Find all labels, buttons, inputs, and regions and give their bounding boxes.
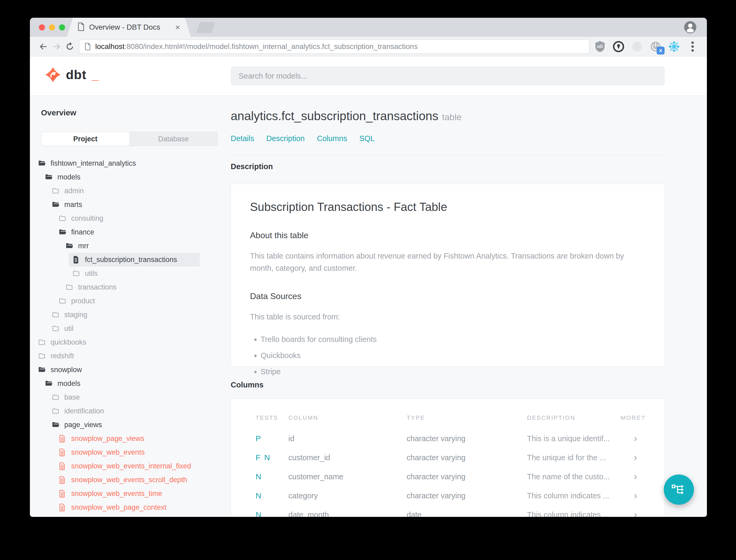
folder-icon: [38, 338, 46, 346]
tree-item-marts[interactable]: marts: [52, 198, 230, 211]
tree-item-snowplow_web_events_internal_fixed[interactable]: snowplow_web_events_internal_fixed: [58, 459, 230, 473]
tree-item-models[interactable]: models: [45, 170, 230, 184]
tree-item-label: consulting: [71, 214, 103, 223]
tree-item-label: snowplow_web_events: [71, 448, 145, 457]
tree-item-utils[interactable]: utils: [72, 267, 230, 280]
main-panel: analytics.fct_subscription_transactionst…: [231, 96, 665, 517]
tab-close-icon[interactable]: ×: [175, 23, 180, 31]
tree-item-label: admin: [64, 187, 84, 195]
tree-item-models[interactable]: models: [45, 377, 230, 390]
back-icon[interactable]: [37, 40, 50, 53]
column-tests: P: [256, 434, 288, 443]
file-red-icon: [58, 476, 66, 484]
folder-open-icon: [38, 159, 46, 167]
description-card: Subscription Transactions - Fact Table A…: [231, 184, 665, 367]
toggle-tab-database[interactable]: Database: [129, 132, 218, 146]
expand-row-chevron-icon: ›: [621, 471, 665, 482]
tree-item-fishtown_internal_analytics[interactable]: fishtown_internal_analytics: [38, 156, 230, 170]
lineage-graph-button[interactable]: [664, 475, 694, 505]
column-row-customer_name[interactable]: Ncustomer_namecharacter varyingThe name …: [231, 467, 665, 486]
power-extension-icon[interactable]: x: [650, 41, 661, 52]
tree-item-base[interactable]: base: [52, 390, 230, 404]
column-row-category[interactable]: Ncategorycharacter varyingThis column in…: [231, 486, 665, 505]
tree-item-staging[interactable]: staging: [52, 308, 230, 322]
url-path: :8080/index.html#!/model/model.fishtown_…: [125, 42, 418, 51]
disabled-extension-icon[interactable]: [631, 41, 643, 52]
toggle-tab-project[interactable]: Project: [41, 132, 129, 146]
ublock-extension-icon[interactable]: uO: [594, 41, 606, 52]
tree-item-finance[interactable]: finance: [58, 225, 230, 239]
column-type: character varying: [406, 491, 527, 500]
tree-item-transactions[interactable]: transactions: [65, 280, 230, 294]
browser-tab-strip: Overview - DBT Docs ×: [30, 18, 707, 37]
model-nav-link-details[interactable]: Details: [231, 134, 254, 143]
column-tests: F N: [256, 453, 288, 462]
tree-item-snowplow_web_page_context[interactable]: snowplow_web_page_context: [58, 500, 230, 514]
minimize-window-button[interactable]: [49, 24, 55, 30]
column-name: customer_name: [288, 472, 406, 481]
model-nav-link-sql[interactable]: SQL: [359, 134, 374, 143]
close-window-button[interactable]: [39, 24, 45, 30]
column-name: date_month: [288, 511, 406, 517]
columns-card: TESTSCOLUMNTYPEDESCRIPTIONMORE? Pidchara…: [231, 399, 665, 517]
model-nav-link-columns[interactable]: Columns: [317, 134, 347, 143]
column-row-customer_id[interactable]: F Ncustomer_idcharacter varyingThe uniqu…: [231, 448, 665, 467]
extension-x-badge: x: [657, 47, 665, 55]
tree-item-label: mrr: [78, 242, 89, 250]
model-nav-link-description[interactable]: Description: [267, 134, 305, 143]
tree-item-page_views[interactable]: page_views: [52, 418, 230, 432]
tree-item-label: base: [64, 393, 80, 401]
file-icon: [72, 256, 80, 264]
source-item: Stripe: [261, 366, 645, 378]
tree-item-label: snowplow_web_page_context: [71, 503, 166, 512]
tree-item-util[interactable]: util: [52, 322, 230, 335]
refresh-icon[interactable]: [63, 40, 76, 53]
onepassword-extension-icon[interactable]: [613, 41, 624, 52]
tree-item-fct_subscription_transactions[interactable]: fct_subscription_transactions: [69, 253, 200, 267]
search-input[interactable]: [231, 66, 665, 85]
browser-menu-icon[interactable]: [687, 41, 698, 52]
page-icon: [85, 43, 91, 50]
column-name: id: [288, 434, 406, 443]
expand-row-chevron-icon: ›: [621, 452, 665, 463]
tree-item-snowplow_web_events_scroll_depth[interactable]: snowplow_web_events_scroll_depth: [58, 473, 230, 487]
forward-icon[interactable]: [50, 40, 63, 53]
tree-item-identification[interactable]: identification: [52, 404, 230, 418]
sidebar-heading: Overview: [41, 108, 76, 117]
tree-item-product[interactable]: product: [58, 294, 230, 308]
description-section-heading: Description: [231, 162, 273, 171]
tree-item-admin[interactable]: admin: [52, 184, 230, 198]
column-type: character varying: [406, 453, 527, 462]
source-toggle: ProjectDatabase: [41, 132, 218, 146]
zoom-window-button[interactable]: [59, 24, 65, 30]
address-bar[interactable]: localhost:8080/index.html#!/model/model.…: [79, 39, 589, 54]
tree-item-quickbooks[interactable]: quickbooks: [38, 335, 230, 349]
window-controls[interactable]: [39, 24, 65, 30]
folder-open-icon: [58, 228, 66, 236]
dbt-logo-icon: [45, 66, 61, 83]
tree-item-mrr[interactable]: mrr: [65, 239, 230, 253]
columns-section-heading: Columns: [231, 381, 264, 389]
column-tests: N: [256, 491, 288, 500]
tree-item-snowplow[interactable]: snowplow: [38, 363, 230, 377]
snowflake-extension-icon[interactable]: [668, 41, 680, 52]
folder-open-icon: [38, 366, 46, 374]
browser-tab[interactable]: Overview - DBT Docs ×: [67, 18, 191, 37]
tree-item-snowplow_web_events_time[interactable]: snowplow_web_events_time: [58, 487, 230, 500]
folder-icon: [52, 187, 60, 195]
folder-icon: [52, 407, 60, 415]
tree-item-redshift[interactable]: redshift: [38, 349, 230, 363]
column-description: This column indicates ...: [527, 511, 621, 517]
folder-open-icon: [52, 201, 60, 209]
tree-item-snowplow_web_events[interactable]: snowplow_web_events: [58, 445, 230, 459]
dbt-logo-underscore: _: [92, 67, 99, 82]
column-row-date_month[interactable]: Ndate_monthdateThis column indicates ...…: [231, 505, 665, 517]
dbt-logo[interactable]: dbt_: [45, 66, 99, 83]
tree-item-consulting[interactable]: consulting: [58, 211, 230, 225]
profile-avatar-icon[interactable]: [684, 21, 697, 34]
tree-item-snowplow_page_views[interactable]: snowplow_page_views: [58, 432, 230, 445]
folder-icon: [52, 311, 60, 319]
column-row-id[interactable]: Pidcharacter varyingThis is a unique ide…: [231, 429, 665, 448]
expand-row-chevron-icon: ›: [621, 509, 665, 517]
new-tab-button[interactable]: [196, 22, 215, 33]
